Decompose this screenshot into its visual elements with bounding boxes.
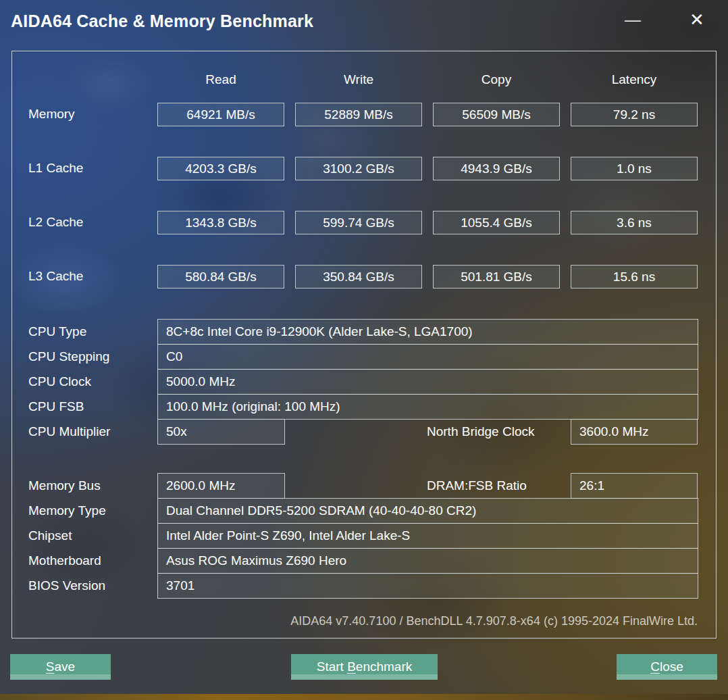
dram-fsb-ratio-value: 26:1 bbox=[571, 473, 698, 499]
row-label-memory: Memory bbox=[28, 106, 75, 122]
row-label-memory-bus: Memory Bus bbox=[28, 478, 101, 494]
cpu-type-value: 8C+8c Intel Core i9-12900K (Alder Lake-S… bbox=[157, 319, 698, 345]
dram-fsb-ratio-label: DRAM:FSB Ratio bbox=[427, 478, 527, 494]
l3-read-value: 580.84 GB/s bbox=[157, 265, 284, 289]
l1-read-value: 4203.3 GB/s bbox=[157, 157, 284, 180]
row-label-cpu-multiplier: CPU Multiplier bbox=[28, 424, 110, 440]
close-icon: ✕ bbox=[690, 9, 704, 30]
row-label-l1-cache: L1 Cache bbox=[28, 160, 83, 176]
north-bridge-clock-value: 3600.0 MHz bbox=[571, 419, 698, 445]
l2-latency-value: 3.6 ns bbox=[571, 211, 698, 234]
l2-write-value: 599.74 GB/s bbox=[295, 211, 422, 234]
l3-write-value: 350.84 GB/s bbox=[295, 265, 422, 289]
row-label-motherboard: Motherboard bbox=[28, 553, 101, 569]
close-window-button[interactable]: ✕ bbox=[682, 6, 712, 33]
aida64-benchmark-window: AIDA64 Cache & Memory Benchmark — ✕ Read… bbox=[0, 0, 728, 700]
l2-copy-value: 1055.4 GB/s bbox=[433, 211, 560, 234]
motherboard-value: Asus ROG Maximus Z690 Hero bbox=[157, 548, 698, 574]
row-label-cpu-clock: CPU Clock bbox=[28, 374, 91, 390]
cpu-multiplier-value: 50x bbox=[157, 419, 285, 445]
memory-read-value: 64921 MB/s bbox=[157, 103, 284, 126]
l1-write-value: 3100.2 GB/s bbox=[295, 157, 422, 180]
l2-read-value: 1343.8 GB/s bbox=[157, 211, 284, 234]
memory-copy-value: 56509 MB/s bbox=[433, 103, 560, 126]
row-label-cpu-fsb: CPU FSB bbox=[28, 399, 84, 415]
minimize-button[interactable]: — bbox=[618, 6, 648, 33]
row-label-l3-cache: L3 Cache bbox=[28, 268, 83, 284]
row-label-memory-type: Memory Type bbox=[28, 503, 106, 519]
row-label-cpu-stepping: CPU Stepping bbox=[28, 349, 109, 365]
row-label-cpu-type: CPU Type bbox=[28, 324, 86, 340]
close-button[interactable]: Close bbox=[617, 654, 717, 680]
column-header-read: Read bbox=[157, 72, 284, 87]
north-bridge-clock-label: North Bridge Clock bbox=[427, 424, 534, 440]
column-header-write: Write bbox=[295, 72, 422, 87]
row-label-l2-cache: L2 Cache bbox=[28, 214, 83, 230]
column-header-copy: Copy bbox=[433, 72, 560, 87]
l3-copy-value: 501.81 GB/s bbox=[433, 265, 560, 289]
row-label-chipset: Chipset bbox=[28, 528, 72, 544]
cpu-stepping-value: C0 bbox=[157, 344, 698, 370]
row-label-bios-version: BIOS Version bbox=[28, 578, 105, 594]
bios-version-value: 3701 bbox=[157, 573, 698, 599]
minimize-icon: — bbox=[625, 10, 641, 29]
version-footer: AIDA64 v7.40.7100 / BenchDLL 4.7.907.8-x… bbox=[290, 614, 698, 628]
memory-type-value: Dual Channel DDR5-5200 SDRAM (40-40-40-8… bbox=[157, 498, 698, 524]
save-button[interactable]: Save bbox=[10, 654, 111, 680]
l3-latency-value: 15.6 ns bbox=[571, 265, 698, 289]
memory-write-value: 52889 MB/s bbox=[295, 103, 422, 126]
memory-bus-value: 2600.0 MHz bbox=[157, 473, 285, 499]
cpu-fsb-value: 100.0 MHz (original: 100 MHz) bbox=[157, 394, 698, 420]
l1-latency-value: 1.0 ns bbox=[571, 157, 698, 180]
cpu-clock-value: 5000.0 MHz bbox=[157, 369, 698, 395]
memory-latency-value: 79.2 ns bbox=[571, 103, 698, 126]
l1-copy-value: 4943.9 GB/s bbox=[433, 157, 560, 180]
window-title: AIDA64 Cache & Memory Benchmark bbox=[11, 11, 313, 31]
start-benchmark-button[interactable]: Start Benchmark bbox=[291, 654, 438, 680]
window-bottom-edge bbox=[0, 694, 728, 700]
chipset-value: Intel Alder Point-S Z690, Intel Alder La… bbox=[157, 523, 698, 549]
column-header-latency: Latency bbox=[571, 72, 698, 87]
